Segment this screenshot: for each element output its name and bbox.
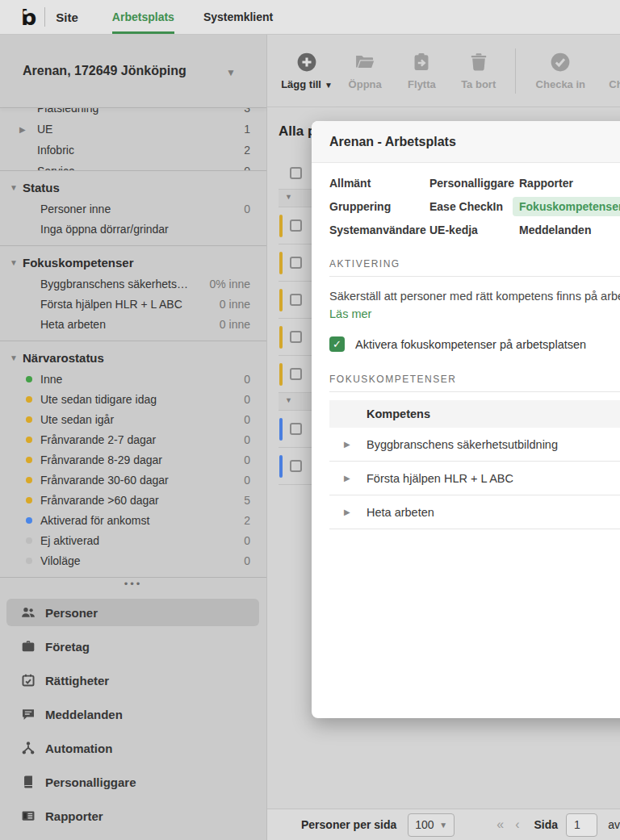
filter-item[interactable]: Frånvarande 8-29 dagar0 xyxy=(0,449,266,470)
modal-tab-ease-checkin[interactable]: Ease CheckIn xyxy=(423,197,509,216)
tree-item-label: Platsledning xyxy=(37,108,98,115)
filter-item-count: 2 xyxy=(244,514,250,527)
page-number-input[interactable]: 1 xyxy=(566,813,597,837)
pagination-arrows: « ‹ xyxy=(496,817,519,832)
row-checkbox[interactable] xyxy=(290,294,302,306)
row-checkbox[interactable] xyxy=(290,219,302,232)
tree-item-label: Service xyxy=(37,165,75,170)
activation-section-label: AKTIVERING xyxy=(329,258,620,270)
sidebar-item-meddelanden[interactable]: Meddelanden xyxy=(0,697,266,731)
checkbox-checked-icon[interactable]: ✓ xyxy=(329,336,345,352)
status-dot-icon xyxy=(26,457,32,463)
row-checkbox[interactable] xyxy=(290,331,302,343)
modal-tab-meddelanden[interactable]: Meddelanden xyxy=(513,220,597,240)
modal-tab-rapporter[interactable]: Rapporter xyxy=(513,173,580,193)
sidebar-item-personalliggare[interactable]: Personalliggare xyxy=(0,765,266,799)
filter-item[interactable]: Frånvarande >60 dagar5 xyxy=(0,490,266,510)
filter-item-label: Frånvarande 30-60 dagar xyxy=(40,474,169,487)
row-checkbox[interactable] xyxy=(290,460,302,472)
modal-tab-gruppering[interactable]: Gruppering xyxy=(323,197,397,216)
modal-tab-fokuskompetenser[interactable]: Fokuskompetenser xyxy=(513,197,620,216)
l-gg-till-button[interactable]: Lägg till▼ xyxy=(277,52,337,90)
filter-item[interactable]: Inne0 xyxy=(0,369,266,389)
tree-item-label: UE xyxy=(37,123,52,136)
row-checkbox[interactable] xyxy=(290,167,302,179)
modal-tab-personalliggare[interactable]: Personalliggare xyxy=(423,173,521,193)
chevron-down-icon: ▼ xyxy=(285,396,292,404)
check-circle-icon xyxy=(550,52,571,73)
filter-item-count: 0 xyxy=(244,373,250,386)
tree-item-count: 2 xyxy=(244,144,250,157)
per-page-select[interactable]: 100 ▼ xyxy=(408,813,455,837)
status-dot-icon xyxy=(26,376,32,382)
flytta-button[interactable]: Flytta xyxy=(393,52,450,90)
first-page-button[interactable]: « xyxy=(496,817,504,832)
checka-in-button[interactable]: Checka in xyxy=(524,52,597,90)
section-header-fokus[interactable]: ▼Fokuskompetenser xyxy=(0,251,266,274)
modal-tab-systemanv-ndare[interactable]: Systemanvändare xyxy=(323,220,433,240)
row-checkbox[interactable] xyxy=(290,423,302,435)
tree-item-infobric[interactable]: Infobric2 xyxy=(0,140,266,161)
tree-item-count: 3 xyxy=(244,108,250,115)
sidebar-item-rapporter[interactable]: Rapporter xyxy=(0,799,266,833)
filter-item-count: 0 xyxy=(244,534,250,547)
filter-item-count: 0 inne xyxy=(220,298,250,311)
filter-item-label: Första hjälpen HLR + L ABC xyxy=(40,298,182,311)
sidebar-divider xyxy=(0,107,266,108)
chevron-down-icon: ▼ xyxy=(10,183,23,192)
tab-arbetsplats[interactable]: Arbetsplats xyxy=(112,0,174,34)
section-header-narvaro[interactable]: ▼Närvarostatus xyxy=(0,346,266,369)
tree-item-platsledning[interactable]: Platsledning3 xyxy=(0,108,266,119)
menu-item-highlight xyxy=(6,802,259,830)
section-divider xyxy=(329,276,620,277)
logo-notch xyxy=(23,10,27,15)
modal-header: Arenan - Arbetsplats xyxy=(312,121,620,163)
checka-ut-button[interactable]: Checka ut xyxy=(597,52,620,90)
menu-item-label: Personer xyxy=(45,606,98,620)
sidebar-item-automation[interactable]: Automation xyxy=(0,731,266,765)
calendar-check-icon xyxy=(21,673,36,687)
modal-tab-allm-nt[interactable]: Allmänt xyxy=(323,173,377,193)
filter-item[interactable]: Aktiverad för ankomst2 xyxy=(0,510,266,530)
row-checkbox[interactable] xyxy=(290,257,302,269)
tab-systemklient[interactable]: Systemklient xyxy=(203,0,273,34)
folder-tree: Platsledning3▶UE1Infobric2Service0 xyxy=(0,108,266,170)
kompetens-table-header: Kompetens xyxy=(329,400,620,428)
filter-item[interactable]: Ute sedan tidigare idag0 xyxy=(0,389,266,409)
kompetens-row[interactable]: ▶Heta arbeten xyxy=(329,495,620,529)
filter-item[interactable]: Första hjälpen HLR + L ABC0 inne xyxy=(0,294,266,314)
kompetens-row[interactable]: ▶Första hjälpen HLR + L ABC xyxy=(329,462,620,495)
filter-item[interactable]: Heta arbeten0 inne xyxy=(0,314,266,334)
modal-title: Arenan - Arbetsplats xyxy=(329,135,456,149)
filter-item[interactable]: Byggbranschens säkerhets…0% inne xyxy=(0,274,266,294)
-ppna-button[interactable]: Öppna xyxy=(337,52,393,90)
toolbar: Lägg till▼ÖppnaFlyttaTa bortChecka inChe… xyxy=(267,35,620,107)
modal-tab-ue-kedja[interactable]: UE-kedja xyxy=(423,220,484,240)
filter-item[interactable]: Ute sedan igår0 xyxy=(0,409,266,429)
filter-item[interactable]: Frånvarande 2-7 dagar0 xyxy=(0,429,266,449)
sidebar-item-företag[interactable]: Företag xyxy=(0,629,266,663)
prev-page-button[interactable]: ‹ xyxy=(515,817,519,832)
menu-item-highlight xyxy=(6,836,259,840)
kompetens-name: Första hjälpen HLR + L ABC xyxy=(367,472,513,485)
tree-item-ue[interactable]: ▶UE1 xyxy=(0,119,266,140)
filter-item[interactable]: Ej aktiverad0 xyxy=(0,530,266,550)
sidebar-item-rättigheter[interactable]: Rättigheter xyxy=(0,663,266,697)
activate-fokuskompetenser-checkbox-row[interactable]: ✓ Aktivera fokuskompetenser på arbetspla… xyxy=(329,336,620,352)
filter-item[interactable]: Frånvarande 30-60 dagar0 xyxy=(0,470,266,490)
filter-item[interactable]: Personer inne0 xyxy=(0,199,266,219)
filter-item[interactable]: Inga öppna dörrar/grindar xyxy=(0,219,266,239)
sidebar-item-enheter[interactable]: Enheter xyxy=(0,833,266,840)
tree-item-service[interactable]: Service0 xyxy=(0,161,266,170)
sidebar-item-personer[interactable]: Personer xyxy=(0,596,266,629)
read-more-link[interactable]: Läs mer xyxy=(329,307,371,320)
kompetens-row[interactable]: ▶Byggbranschens säkerhetsutbildning xyxy=(329,428,620,462)
sidebar-expand-button[interactable]: ••• xyxy=(0,578,266,594)
row-checkbox[interactable] xyxy=(290,368,302,380)
sidebar: Arenan, 172649 Jönköping ▼ Platsledning3… xyxy=(0,35,267,840)
filter-item[interactable]: Viloläge0 xyxy=(0,550,266,570)
workspace-selector[interactable]: Arenan, 172649 Jönköping ▼ xyxy=(0,35,266,107)
section-header-status[interactable]: ▼Status xyxy=(0,176,266,199)
briefcase-icon xyxy=(21,639,36,654)
ta-bort-button[interactable]: Ta bort xyxy=(450,52,507,90)
